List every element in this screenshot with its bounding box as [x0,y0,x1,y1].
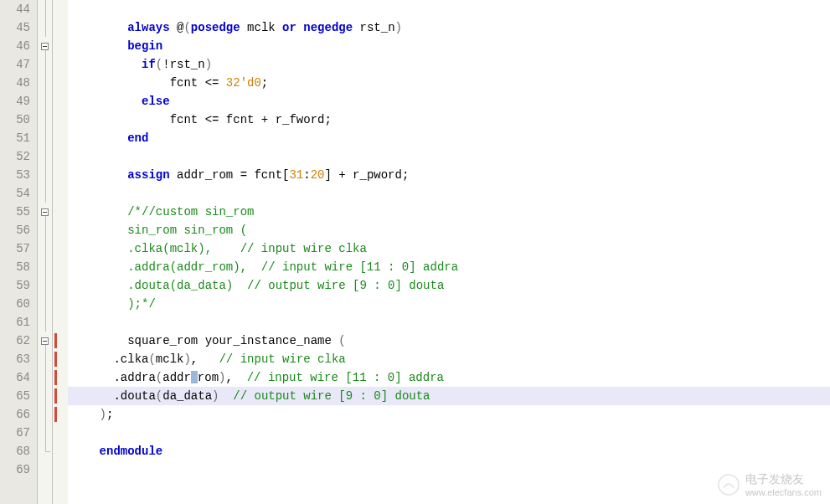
code-line[interactable]: fcnt <= 32'd0; [68,74,830,92]
line-number: 67 [0,424,37,442]
change-marker-icon [54,352,57,367]
line-number: 61 [0,313,37,332]
code-line[interactable] [68,313,830,332]
line-number: 50 [0,111,37,129]
line-number: 55 [0,203,37,221]
change-marker-icon [54,407,57,422]
line-number: 60 [0,295,37,313]
code-line[interactable]: .clka(mclk), // input wire clka [68,239,830,258]
code-line[interactable]: sin_rom sin_rom ( [68,221,830,239]
code-line[interactable]: ); [68,405,830,424]
code-line[interactable]: endmodule [68,442,830,460]
code-line[interactable]: end [68,129,830,147]
line-number: 56 [0,221,37,239]
line-number: 62 [0,332,37,350]
line-number: 44 [0,0,37,18]
code-line[interactable] [68,460,830,479]
code-line[interactable]: if(!rst_n) [68,55,830,74]
code-line[interactable]: begin [68,37,830,55]
line-number: 45 [0,18,37,37]
line-number: 68 [0,442,37,460]
line-number: 47 [0,55,37,74]
code-line[interactable] [68,424,830,442]
code-line[interactable] [68,147,830,166]
line-number: 52 [0,147,37,166]
line-number: 53 [0,166,37,184]
line-number: 63 [0,350,37,368]
line-number: 69 [0,460,37,479]
line-number: 48 [0,74,37,92]
code-line[interactable]: else [68,92,830,111]
line-number: 66 [0,405,37,424]
line-number: 65 [0,387,37,405]
line-number: 58 [0,258,37,276]
line-number: 46 [0,37,37,55]
code-editor: 44 45 46 47 48 49 50 51 52 53 54 55 56 5… [0,0,830,504]
code-line[interactable]: assign addr_rom = fcnt[31:20] + r_pword; [68,166,830,184]
code-line[interactable] [68,184,830,203]
line-number: 54 [0,184,37,203]
change-marker-gutter [53,0,68,504]
code-line[interactable]: .addra(addr_rom), // input wire [11 : 0]… [68,258,830,276]
code-line[interactable]: always @(posedge mclk or negedge rst_n) [68,18,830,37]
line-number-gutter: 44 45 46 47 48 49 50 51 52 53 54 55 56 5… [0,0,38,504]
fold-gutter [38,0,53,504]
code-area[interactable]: always @(posedge mclk or negedge rst_n) … [68,0,830,504]
change-marker-icon [54,333,57,348]
line-number: 57 [0,239,37,258]
code-line[interactable]: square_rom your_instance_name ( [68,332,830,350]
code-line[interactable]: .douta(da_data) // output wire [9 : 0] d… [68,276,830,295]
code-line[interactable]: );*/ [68,295,830,313]
change-marker-icon [54,388,57,404]
watermark-url: www.elecfans.com [745,487,822,497]
code-line[interactable]: .clka(mclk), // input wire clka [68,350,830,368]
code-line[interactable] [68,0,830,18]
line-number: 51 [0,129,37,147]
fold-toggle-icon[interactable] [41,208,49,216]
code-line[interactable]: fcnt <= fcnt + r_fword; [68,111,830,129]
line-number: 59 [0,276,37,295]
line-number: 49 [0,92,37,111]
code-line[interactable]: /*//custom sin_rom [68,203,830,221]
fold-toggle-icon[interactable] [41,337,49,345]
change-marker-icon [54,370,57,385]
code-line-current[interactable]: .douta(da_data) // output wire [9 : 0] d… [68,387,830,405]
fold-toggle-icon[interactable] [41,43,49,50]
code-line[interactable]: .addra(addrrom), // input wire [11 : 0] … [68,368,830,387]
text-cursor [191,371,198,383]
line-number: 64 [0,368,37,387]
